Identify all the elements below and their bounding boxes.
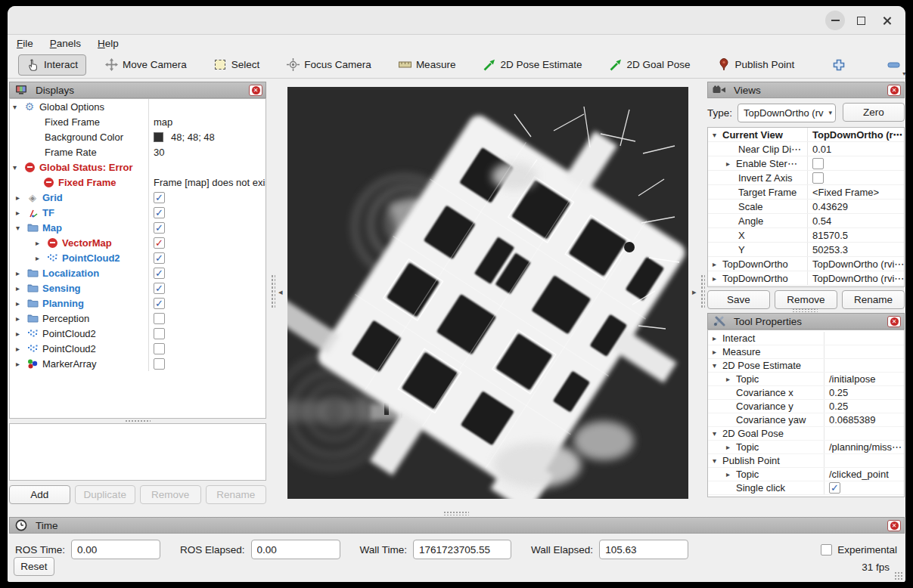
row-value[interactable]: 0.25 <box>829 401 848 412</box>
display-enabled-checkbox[interactable] <box>154 313 165 324</box>
view-row-angle[interactable]: Angle 0.54 <box>708 214 904 228</box>
add-display-button[interactable]: Add <box>9 485 70 504</box>
close-panel-button[interactable] <box>887 85 901 96</box>
display-row-markerarray[interactable]: MarkerArray <box>10 356 266 371</box>
tool-row-topic-clicked-point[interactable]: Topic /clicked_point <box>708 468 904 481</box>
expander-icon[interactable] <box>13 163 23 172</box>
tool-row-publish-point[interactable]: Publish Point <box>708 454 904 468</box>
row-value[interactable]: 0.01 <box>812 144 831 155</box>
property-checkbox[interactable] <box>812 158 824 169</box>
view-row-scale[interactable]: Scale 0.43629 <box>708 200 904 214</box>
experimental-checkbox[interactable] <box>821 544 832 556</box>
view-row-near-clip[interactable]: Near Clip Di⋯ 0.01 <box>708 142 904 156</box>
expander-icon[interactable] <box>713 334 722 342</box>
expander-icon[interactable] <box>726 159 736 168</box>
display-enabled-checkbox[interactable] <box>154 358 165 370</box>
tool-measure-button[interactable]: Measure <box>390 54 464 76</box>
reset-button[interactable]: Reset <box>14 557 54 576</box>
view-row-current[interactable]: Current View TopDownOrtho (r⋯ <box>708 128 904 142</box>
menu-help[interactable]: Help <box>98 38 119 49</box>
tool-row-covariance-y[interactable]: Covariance y 0.25 <box>708 400 904 413</box>
expander-icon[interactable] <box>713 429 722 438</box>
display-row-localization[interactable]: Localization <box>10 265 266 280</box>
property-checkbox[interactable] <box>812 172 824 184</box>
expander-icon[interactable] <box>713 456 722 465</box>
expander-icon[interactable] <box>16 269 26 277</box>
row-value[interactable]: /initialpose <box>829 373 875 385</box>
maximize-button[interactable] <box>851 11 871 30</box>
view-row-y[interactable]: Y 50253.3 <box>708 243 904 257</box>
expander-icon[interactable] <box>13 103 23 111</box>
tool-row-topic-planning[interactable]: Topic /planning/miss⋯ <box>708 441 904 454</box>
display-row-tf[interactable]: TF <box>10 205 266 220</box>
tool-interact-button[interactable]: Interact <box>18 54 86 76</box>
close-panel-button[interactable] <box>887 520 901 531</box>
display-enabled-checkbox[interactable] <box>154 298 165 309</box>
right-splitter[interactable]: ▸ <box>689 82 709 505</box>
displays-panel-header[interactable]: Displays <box>9 82 266 98</box>
resize-grip[interactable] <box>894 571 903 580</box>
row-value[interactable]: 0.54 <box>812 215 831 227</box>
display-enabled-checkbox[interactable] <box>154 222 165 234</box>
save-view-button[interactable]: Save <box>707 290 770 309</box>
close-button[interactable] <box>877 11 896 30</box>
viewport-3d[interactable] <box>287 87 688 499</box>
row-value[interactable]: 0.25 <box>829 387 848 398</box>
display-row-background-color[interactable]: Background Color 48; 48; 48 <box>10 129 266 144</box>
view-row-saved-1[interactable]: TopDownOrtho TopDownOrtho (rvi⋯ <box>708 257 904 271</box>
expander-icon[interactable] <box>713 131 722 139</box>
display-row-vectormap[interactable]: VectorMap <box>10 235 266 250</box>
duplicate-display-button[interactable]: Duplicate <box>75 485 136 504</box>
view-row-enable-stereo[interactable]: Enable Ster⋯ <box>708 156 904 171</box>
row-value[interactable]: 0.0685389 <box>829 414 875 426</box>
collapse-left-icon[interactable]: ◂ <box>278 287 283 297</box>
collapse-right-icon[interactable]: ▸ <box>692 287 697 297</box>
display-enabled-checkbox[interactable] <box>154 268 165 279</box>
row-value[interactable]: /clicked_point <box>829 469 889 480</box>
display-enabled-checkbox[interactable] <box>154 192 165 203</box>
tool-row-measure[interactable]: Measure <box>708 345 904 359</box>
row-value[interactable]: <Fixed Frame> <box>812 187 879 198</box>
row-value[interactable]: /planning/miss⋯ <box>829 441 902 453</box>
expander-icon[interactable] <box>36 254 45 262</box>
display-row-perception[interactable]: Perception <box>10 311 266 326</box>
view-type-combobox[interactable]: TopDownOrtho (rv ▾ <box>738 104 836 122</box>
row-value[interactable]: 48; 48; 48 <box>171 132 215 143</box>
menu-panels[interactable]: Panels <box>50 38 81 49</box>
display-enabled-checkbox[interactable] <box>154 283 165 294</box>
ros-elapsed-input[interactable] <box>251 540 340 559</box>
add-tool-button[interactable] <box>824 54 853 76</box>
row-value[interactable]: map <box>154 116 172 128</box>
display-row-map[interactable]: Map <box>10 220 266 235</box>
display-row-pointcloud2[interactable]: PointCloud2 <box>10 250 266 265</box>
display-enabled-checkbox[interactable] <box>154 237 165 249</box>
tool-2d-goal-pose-button[interactable]: 2D Goal Pose <box>601 54 698 76</box>
expander-icon[interactable] <box>726 375 736 383</box>
tool-row-single-click[interactable]: Single click <box>708 481 904 495</box>
view-row-target-frame[interactable]: Target Frame <Fixed Frame> <box>708 185 904 200</box>
zero-button[interactable]: Zero <box>843 103 905 122</box>
single-click-checkbox[interactable] <box>829 482 840 494</box>
display-row-global-options[interactable]: ⚙ Global Options <box>10 99 266 114</box>
remove-display-button[interactable]: Remove <box>140 485 201 504</box>
row-value[interactable]: 0.43629 <box>812 201 848 212</box>
display-row-pointcloud2-c[interactable]: PointCloud2 <box>10 341 266 356</box>
tool-row-goal-pose[interactable]: 2D Goal Pose <box>708 427 904 441</box>
ros-time-input[interactable] <box>71 540 160 559</box>
remove-tool-button[interactable]: ▾ <box>879 54 905 76</box>
expander-icon[interactable] <box>726 443 736 451</box>
display-row-planning[interactable]: Planning <box>10 296 266 311</box>
expander-icon[interactable] <box>16 299 26 308</box>
rename-display-button[interactable]: Rename <box>206 485 267 504</box>
views-panel-header[interactable]: Views <box>707 82 905 98</box>
view-row-x[interactable]: X 81570.5 <box>708 228 904 243</box>
remove-view-button[interactable]: Remove <box>775 290 837 309</box>
row-value[interactable]: 50253.3 <box>812 244 848 255</box>
expander-icon[interactable] <box>16 330 26 338</box>
wall-time-input[interactable] <box>413 540 511 559</box>
expander-icon[interactable] <box>16 314 26 323</box>
expander-icon[interactable] <box>713 361 722 370</box>
display-enabled-checkbox[interactable] <box>154 343 165 354</box>
tool-row-pose-estimate[interactable]: 2D Pose Estimate <box>708 359 904 373</box>
titlebar[interactable] <box>8 6 905 35</box>
